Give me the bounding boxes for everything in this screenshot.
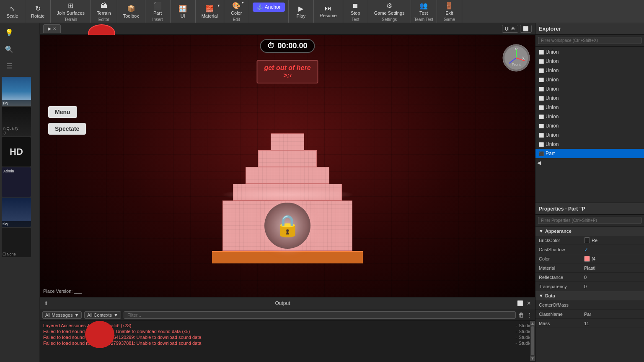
color-button[interactable]: 🎨 Color ▼ [228, 1, 244, 16]
brick-color-swatch[interactable] [584, 237, 590, 243]
lock-icon: 🔒 [274, 214, 300, 238]
sign-overlay: get out of here >:‹ [256, 60, 318, 83]
resume-button[interactable]: ⏭ Resume [317, 4, 339, 19]
output-minimize-button[interactable]: ⬆ [43, 299, 49, 307]
ui-toggle-button[interactable]: UI 👁 [502, 25, 518, 33]
close-tab-icon[interactable]: ✕ [53, 26, 56, 31]
spectate-button[interactable]: Spectate [48, 123, 86, 135]
prop-material: Material Plasti [535, 263, 644, 273]
output-panel: ⬆ Output ⬜ ✕ All Messages ▼ All Contexts… [40, 297, 535, 362]
search-sidebar-button[interactable]: 🔍 [2, 42, 17, 57]
lightbulb-button[interactable]: 💡 [2, 25, 17, 40]
explorer-collapse-arrow[interactable]: ◀ [535, 158, 644, 167]
tree-item-union-5[interactable]: ⬜ Union [535, 84, 644, 94]
editor-label: Editor [98, 17, 109, 22]
tree-item-part[interactable]: ⬛ Part [535, 149, 644, 158]
sign-text-line1: get out of here [264, 64, 310, 72]
prop-mass: Mass 11 [535, 319, 644, 328]
tree-item-union-1[interactable]: ⬜ Union [535, 47, 644, 57]
material-button[interactable]: 🧱 Material ▼ [199, 4, 220, 19]
viewport-3d[interactable]: ▶ ✕ UI 👁 ⬜ ⏱ 00:00.00 [40, 23, 535, 297]
rotate-button[interactable]: ↻ Rotate [28, 4, 47, 19]
data-section-header[interactable]: ▼ Data [535, 291, 644, 300]
filter-sidebar-button[interactable]: ☰ [2, 58, 17, 73]
output-filter-input[interactable] [124, 311, 516, 319]
thumbnail-admin[interactable]: Admin [2, 167, 31, 197]
tree-item-union-4[interactable]: ⬜ Union [535, 75, 644, 84]
scene-content: ⏱ 00:00.00 get out of here >:‹ Menu Spec… [40, 35, 535, 297]
thumb-label-city: sky [2, 221, 31, 227]
output-expand-button[interactable]: ⬜ [516, 299, 524, 307]
thumbnail-city[interactable]: sky [2, 198, 31, 227]
tree-item-union-10[interactable]: ⬜ Union [535, 130, 644, 140]
explorer-tree[interactable]: ⬜ Union ⬜ Union ⬜ Union ⬜ Union ⬜ Union … [535, 47, 644, 203]
all-messages-dropdown[interactable]: All Messages ▼ [42, 311, 82, 319]
prop-value-brick-color[interactable]: Re [582, 237, 644, 243]
tree-item-union-11[interactable]: ⬜ Union [535, 140, 644, 149]
tree-item-union-2[interactable]: ⬜ Union [535, 57, 644, 66]
game-settings-button[interactable]: ⚙ Game Settings [372, 1, 407, 16]
prop-value-class-name[interactable]: Par [582, 312, 644, 317]
scrollbar-down-button[interactable]: ▼ [530, 356, 535, 361]
toolbar-group-editor: 🏔 Terrain Editor [91, 0, 117, 23]
thumbnail-hd[interactable]: HD [2, 137, 31, 167]
thumbnail-sky[interactable]: sky [2, 77, 31, 106]
prop-value-transparency[interactable]: 0 [582, 284, 644, 289]
part-button[interactable]: ⬛ Part [151, 1, 164, 16]
orange-base [212, 251, 363, 263]
msg-text-4: Failed to load sound rbxassetid://279937… [43, 341, 514, 346]
team-test-button[interactable]: 👥 Test [417, 1, 430, 16]
all-contexts-dropdown[interactable]: All Contexts ▼ [84, 311, 121, 319]
output-close-button[interactable]: ✕ [526, 299, 532, 307]
exit-game-button[interactable]: 🚪 Exit [442, 1, 456, 16]
terrain-editor-button[interactable]: 🏔 Terrain [94, 1, 114, 16]
anchor-button[interactable]: ⚓ Menu Anchor [253, 3, 285, 12]
pyramid-structure: 🔒 [212, 133, 363, 263]
ui-button[interactable]: 🪟 UI [176, 4, 189, 19]
settings-icon: ⚙ [386, 2, 392, 10]
thumbnail-quality[interactable]: n Quality :) [2, 107, 31, 136]
thumbnail-none[interactable]: ☐ None [2, 228, 31, 257]
toolbar-group-rotate: ↻ Rotate [25, 0, 51, 23]
prop-name-brick-color: BrickColor [535, 238, 582, 243]
team-icon: 👥 [419, 2, 428, 10]
tree-item-union-9[interactable]: ⬜ Union [535, 121, 644, 130]
prop-value-color[interactable]: [4 [582, 256, 644, 262]
appearance-section-header[interactable]: ▼ Appearance [535, 227, 644, 236]
maximize-button[interactable]: ⬜ [520, 25, 532, 33]
output-more-button[interactable]: ⋮ [527, 312, 533, 318]
toolbox-button[interactable]: 📦 Toolbox [121, 4, 142, 19]
prop-value-mass[interactable]: 11 [582, 321, 644, 326]
viewport-tab[interactable]: ▶ ✕ [43, 24, 61, 33]
toolbar-group-ui: 🪟 UI [171, 0, 196, 23]
union-icon-3: ⬜ [539, 68, 544, 73]
join-surfaces-button[interactable]: ⊞ Join Surfaces [54, 1, 87, 16]
collapse-icon: ▼ [539, 229, 543, 234]
output-messages[interactable]: Layered Accessories JSON is invalid! (x2… [40, 321, 535, 361]
tree-item-union-6[interactable]: ⬜ Union [535, 94, 644, 103]
terrain-label: Terrain [64, 17, 77, 22]
tree-item-union-7[interactable]: ⬜ Union [535, 103, 644, 112]
properties-filter-input[interactable] [538, 217, 641, 224]
scrollbar-up-button[interactable]: ▲ [530, 321, 535, 326]
compass-svg: Y X Front [502, 43, 531, 73]
play-button[interactable]: ▶ Play [294, 4, 308, 19]
tree-item-union-3[interactable]: ⬜ Union [535, 66, 644, 75]
explorer-filter-input[interactable] [538, 37, 641, 44]
toolbar-group-play: ▶ Play [289, 0, 314, 23]
tree-item-union-8[interactable]: ⬜ Union [535, 112, 644, 121]
menu-button[interactable]: Menu [48, 106, 77, 118]
prop-value-cast-shadow[interactable]: ✓ [582, 247, 644, 253]
prop-value-material[interactable]: Plasti [582, 266, 644, 271]
scale-button[interactable]: ⤡ Scale [4, 4, 21, 19]
color-swatch[interactable] [584, 256, 590, 262]
toolbar-group-terrain: ⊞ Join Surfaces Terrain [51, 0, 91, 23]
prop-reflectance: Reflectance 0 [535, 273, 644, 282]
svg-text:Front: Front [512, 63, 521, 67]
toolbar-group-tools: ⤡ Scale [0, 0, 25, 23]
toolbar-group-team-test: 👥 Test Team Test [411, 0, 437, 23]
prop-value-reflectance[interactable]: 0 [582, 275, 644, 280]
stop-button[interactable]: ⏹ Stop [348, 1, 363, 16]
output-trash-button[interactable]: 🗑 [518, 312, 524, 318]
prop-name-color: Color [535, 256, 582, 261]
